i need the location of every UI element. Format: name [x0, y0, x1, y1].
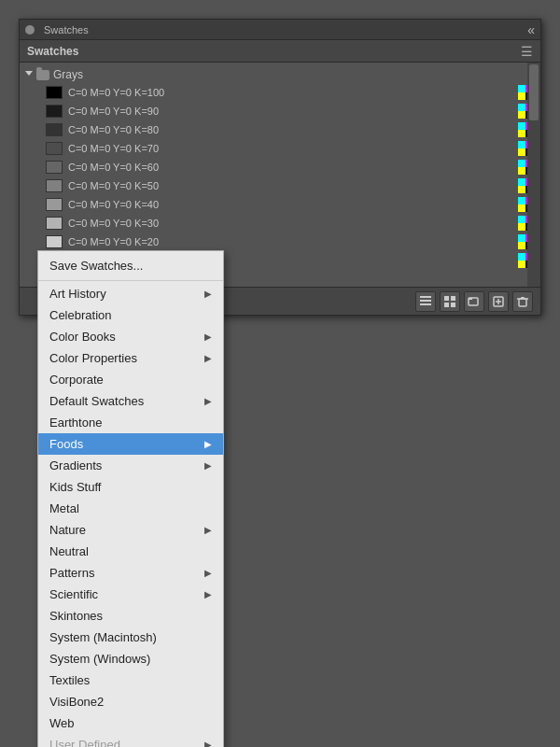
view-list-button[interactable]	[415, 291, 436, 312]
menu-item-gradients[interactable]: Gradients▶	[38, 455, 223, 476]
svg-rect-18	[518, 167, 525, 175]
group-header-grays[interactable]: Grays	[20, 66, 540, 83]
swatch-color-box	[46, 235, 63, 248]
swatch-name-label: C=0 M=0 Y=0 K=90	[68, 106, 518, 117]
swatch-color-box	[46, 123, 63, 136]
close-button[interactable]	[25, 25, 35, 35]
title-bar: Swatches «	[20, 20, 540, 40]
context-menu: Save Swatches... Art History▶Celebration…	[37, 250, 224, 747]
svg-rect-32	[518, 234, 525, 242]
menu-item-foods[interactable]: Foods▶	[38, 433, 223, 455]
group-name: Grays	[53, 68, 83, 81]
swatch-row[interactable]: C=0 M=0 Y=0 K=90	[20, 102, 540, 120]
menu-item-label: Art History	[49, 287, 106, 301]
menu-item-earthtone[interactable]: Earthtone	[38, 412, 223, 433]
menu-item-label: Scientific	[49, 587, 98, 601]
menu-item-save-swatches[interactable]: Save Swatches...	[38, 253, 223, 278]
svg-rect-16	[518, 160, 525, 167]
new-group-button[interactable]	[464, 291, 484, 312]
svg-rect-46	[451, 303, 455, 307]
delete-button[interactable]	[512, 291, 533, 312]
menu-item-label: Foods	[49, 437, 83, 451]
swatch-list: Grays C=0 M=0 Y=0 K=100 C=0 M=0 Y=0 K=90…	[20, 63, 540, 274]
menu-item-user-defined: User Defined▶	[38, 734, 223, 747]
svg-rect-42	[420, 303, 431, 305]
menu-item-celebration[interactable]: Celebration	[38, 304, 223, 326]
menu-item-art-history[interactable]: Art History▶	[38, 283, 223, 304]
menu-item-label: User Defined	[49, 738, 120, 747]
menu-item-label: Web	[49, 716, 75, 730]
swatch-row[interactable]: C=0 M=0 Y=0 K=100	[20, 83, 540, 102]
swatch-color-box	[46, 217, 63, 230]
menu-item-label: VisiBone2	[49, 695, 104, 709]
swatch-row[interactable]: C=0 M=0 Y=0 K=60	[20, 158, 540, 176]
swatch-name-label: C=0 M=0 Y=0 K=80	[68, 124, 518, 135]
menu-item-label: Color Properties	[49, 351, 137, 365]
menu-item-color-properties[interactable]: Color Properties▶	[38, 347, 223, 369]
menu-item-textiles[interactable]: Textiles	[38, 669, 223, 691]
view-grid-button[interactable]	[440, 291, 460, 312]
tab-swatches[interactable]: Swatches	[27, 45, 78, 58]
menu-item-corporate[interactable]: Corporate	[38, 369, 223, 390]
scrollbar-thumb[interactable]	[529, 64, 539, 120]
swatch-row[interactable]: C=0 M=0 Y=0 K=30	[20, 214, 540, 233]
menu-item-scientific[interactable]: Scientific▶	[38, 584, 223, 605]
submenu-arrow-icon: ▶	[204, 439, 212, 449]
svg-rect-54	[521, 297, 525, 299]
menu-item-label: Kids Stuff	[49, 480, 101, 494]
menu-item-color-books[interactable]: Color Books▶	[38, 326, 223, 347]
swatch-name-label: C=0 M=0 Y=0 K=70	[68, 143, 518, 154]
swatch-color-box	[46, 86, 63, 99]
svg-rect-14	[518, 148, 525, 156]
tab-bar: Swatches ☰	[20, 40, 540, 63]
swatch-row[interactable]: C=0 M=0 Y=0 K=40	[20, 195, 540, 214]
swatch-rows-container: C=0 M=0 Y=0 K=100 C=0 M=0 Y=0 K=90 C=0 M…	[20, 83, 540, 270]
menu-item-label: Textiles	[49, 673, 90, 687]
menu-item-label: Corporate	[49, 373, 104, 387]
menu-item-system-mac[interactable]: System (Macintosh)	[38, 627, 223, 648]
window-title: Swatches	[44, 24, 89, 35]
svg-rect-0	[518, 85, 525, 92]
menu-item-skintones[interactable]: Skintones	[38, 605, 223, 627]
menu-item-neutral[interactable]: Neutral	[38, 541, 223, 562]
panel-menu-icon[interactable]: ☰	[521, 44, 533, 59]
svg-rect-4	[518, 104, 525, 111]
menu-item-label: Default Swatches	[49, 394, 144, 408]
menu-item-label: Metal	[49, 501, 79, 515]
swatch-row[interactable]: C=0 M=0 Y=0 K=20	[20, 233, 540, 251]
swatch-row[interactable]: C=0 M=0 Y=0 K=80	[20, 120, 540, 139]
menu-item-visibone2[interactable]: VisiBone2	[38, 691, 223, 712]
menu-item-patterns[interactable]: Patterns▶	[38, 562, 223, 584]
menu-item-default-swatches[interactable]: Default Swatches▶	[38, 390, 223, 412]
menu-item-system-win[interactable]: System (Windows)	[38, 648, 223, 669]
collapse-icon[interactable]: «	[527, 22, 535, 37]
swatch-color-box	[46, 179, 63, 192]
submenu-arrow-icon: ▶	[204, 589, 212, 599]
svg-rect-48	[469, 298, 472, 300]
svg-rect-40	[420, 296, 431, 298]
swatch-row[interactable]: C=0 M=0 Y=0 K=70	[20, 139, 540, 158]
menu-item-label: Patterns	[49, 566, 94, 580]
swatch-row[interactable]: C=0 M=0 Y=0 K=50	[20, 176, 540, 195]
menu-separator-1	[38, 280, 223, 281]
menu-item-metal[interactable]: Metal	[38, 498, 223, 519]
submenu-arrow-icon: ▶	[204, 289, 212, 299]
submenu-arrow-icon: ▶	[204, 331, 212, 342]
submenu-arrow-icon: ▶	[204, 568, 212, 578]
menu-item-web[interactable]: Web	[38, 712, 223, 734]
menu-item-nature[interactable]: Nature▶	[38, 519, 223, 541]
svg-rect-44	[451, 296, 455, 301]
swatch-color-box	[46, 142, 63, 155]
swatch-name-label: C=0 M=0 Y=0 K=30	[68, 218, 518, 229]
menu-item-kids-stuff[interactable]: Kids Stuff	[38, 476, 223, 498]
submenu-arrow-icon: ▶	[204, 353, 212, 363]
menu-item-label: System (Windows)	[49, 652, 150, 666]
svg-rect-38	[518, 261, 525, 268]
new-swatch-button[interactable]	[488, 291, 509, 312]
svg-rect-20	[518, 178, 525, 186]
menu-item-label: Skintones	[49, 609, 103, 623]
scrollbar[interactable]	[527, 63, 540, 287]
menu-item-label: Nature	[49, 523, 86, 537]
group-collapse-arrow[interactable]	[25, 71, 33, 79]
svg-rect-28	[518, 216, 525, 223]
